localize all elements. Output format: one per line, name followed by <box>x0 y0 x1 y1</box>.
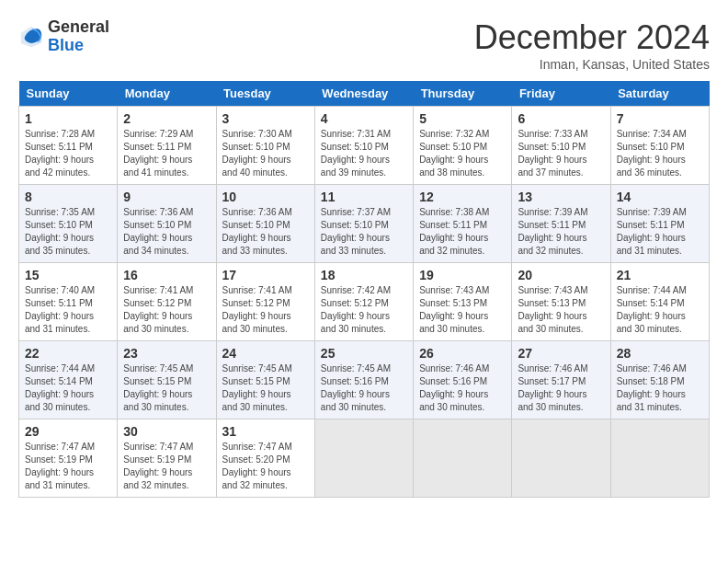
day-header-tuesday: Tuesday <box>216 81 314 107</box>
cell-info: Sunrise: 7:47 AM Sunset: 5:19 PM Dayligh… <box>123 441 210 492</box>
calendar-cell: 15 Sunrise: 7:40 AM Sunset: 5:11 PM Dayl… <box>19 263 118 341</box>
day-number: 9 <box>123 190 210 204</box>
calendar-cell: 30 Sunrise: 7:47 AM Sunset: 5:19 PM Dayl… <box>118 419 216 498</box>
day-number: 13 <box>518 190 604 204</box>
day-number: 17 <box>222 268 309 282</box>
calendar-cell <box>610 419 709 498</box>
cell-info: Sunrise: 7:29 AM Sunset: 5:11 PM Dayligh… <box>123 128 210 179</box>
day-number: 7 <box>617 111 703 126</box>
cell-info: Sunrise: 7:46 AM Sunset: 5:16 PM Dayligh… <box>419 362 506 414</box>
calendar-cell: 2 Sunrise: 7:29 AM Sunset: 5:11 PM Dayli… <box>118 107 216 185</box>
calendar-cell <box>512 419 610 498</box>
day-number: 22 <box>25 346 111 361</box>
cell-info: Sunrise: 7:44 AM Sunset: 5:14 PM Dayligh… <box>617 284 703 336</box>
cell-info: Sunrise: 7:46 AM Sunset: 5:18 PM Dayligh… <box>617 362 703 414</box>
cell-info: Sunrise: 7:31 AM Sunset: 5:10 PM Dayligh… <box>321 128 407 179</box>
cell-info: Sunrise: 7:39 AM Sunset: 5:11 PM Dayligh… <box>617 206 703 258</box>
day-number: 4 <box>321 111 407 126</box>
cell-info: Sunrise: 7:45 AM Sunset: 5:16 PM Dayligh… <box>321 362 407 414</box>
cell-info: Sunrise: 7:45 AM Sunset: 5:15 PM Dayligh… <box>123 362 210 414</box>
logo: GeneralBlue <box>18 18 109 55</box>
day-number: 19 <box>419 268 506 282</box>
logo-text: GeneralBlue <box>48 18 109 55</box>
calendar-cell: 6 Sunrise: 7:33 AM Sunset: 5:10 PM Dayli… <box>512 107 610 185</box>
cell-info: Sunrise: 7:45 AM Sunset: 5:15 PM Dayligh… <box>222 362 309 414</box>
day-number: 2 <box>123 111 210 126</box>
logo-icon <box>18 24 44 50</box>
day-number: 6 <box>518 111 604 126</box>
cell-info: Sunrise: 7:34 AM Sunset: 5:10 PM Dayligh… <box>617 128 703 179</box>
day-header-wednesday: Wednesday <box>314 81 413 107</box>
cell-info: Sunrise: 7:32 AM Sunset: 5:10 PM Dayligh… <box>419 128 506 179</box>
calendar-cell <box>314 419 413 498</box>
calendar-cell: 26 Sunrise: 7:46 AM Sunset: 5:16 PM Dayl… <box>414 341 512 419</box>
calendar-cell: 9 Sunrise: 7:36 AM Sunset: 5:10 PM Dayli… <box>118 185 216 263</box>
cell-info: Sunrise: 7:37 AM Sunset: 5:10 PM Dayligh… <box>321 206 407 258</box>
calendar-cell: 24 Sunrise: 7:45 AM Sunset: 5:15 PM Dayl… <box>216 341 314 419</box>
day-header-saturday: Saturday <box>610 81 709 107</box>
cell-info: Sunrise: 7:36 AM Sunset: 5:10 PM Dayligh… <box>222 206 309 258</box>
day-number: 16 <box>123 268 210 282</box>
cell-info: Sunrise: 7:36 AM Sunset: 5:10 PM Dayligh… <box>123 206 210 258</box>
month-title: December 2024 <box>474 18 710 57</box>
cell-info: Sunrise: 7:44 AM Sunset: 5:14 PM Dayligh… <box>25 362 111 414</box>
calendar-cell: 28 Sunrise: 7:46 AM Sunset: 5:18 PM Dayl… <box>610 341 709 419</box>
day-number: 18 <box>321 268 407 282</box>
calendar-cell: 25 Sunrise: 7:45 AM Sunset: 5:16 PM Dayl… <box>314 341 413 419</box>
calendar-header-row: SundayMondayTuesdayWednesdayThursdayFrid… <box>19 81 710 107</box>
day-number: 24 <box>222 346 309 361</box>
calendar-week-row: 15 Sunrise: 7:40 AM Sunset: 5:11 PM Dayl… <box>19 263 710 341</box>
calendar-week-row: 8 Sunrise: 7:35 AM Sunset: 5:10 PM Dayli… <box>19 185 710 263</box>
calendar-cell: 20 Sunrise: 7:43 AM Sunset: 5:13 PM Dayl… <box>512 263 610 341</box>
day-number: 23 <box>123 346 210 361</box>
day-header-friday: Friday <box>512 81 610 107</box>
cell-info: Sunrise: 7:39 AM Sunset: 5:11 PM Dayligh… <box>518 206 604 258</box>
calendar-cell: 22 Sunrise: 7:44 AM Sunset: 5:14 PM Dayl… <box>19 341 118 419</box>
title-area: December 2024 Inman, Kansas, United Stat… <box>474 18 710 72</box>
day-number: 12 <box>419 190 506 204</box>
day-number: 29 <box>25 424 111 439</box>
day-number: 30 <box>123 424 210 439</box>
header: GeneralBlue December 2024 Inman, Kansas,… <box>18 18 710 72</box>
calendar-cell: 29 Sunrise: 7:47 AM Sunset: 5:19 PM Dayl… <box>19 419 118 498</box>
day-number: 25 <box>321 346 407 361</box>
cell-info: Sunrise: 7:42 AM Sunset: 5:12 PM Dayligh… <box>321 284 407 336</box>
day-number: 26 <box>419 346 506 361</box>
calendar-cell: 7 Sunrise: 7:34 AM Sunset: 5:10 PM Dayli… <box>610 107 709 185</box>
calendar-week-row: 22 Sunrise: 7:44 AM Sunset: 5:14 PM Dayl… <box>19 341 710 419</box>
calendar-cell: 12 Sunrise: 7:38 AM Sunset: 5:11 PM Dayl… <box>414 185 512 263</box>
calendar-cell: 21 Sunrise: 7:44 AM Sunset: 5:14 PM Dayl… <box>610 263 709 341</box>
day-number: 3 <box>222 111 309 126</box>
cell-info: Sunrise: 7:47 AM Sunset: 5:19 PM Dayligh… <box>25 441 111 492</box>
calendar-cell: 23 Sunrise: 7:45 AM Sunset: 5:15 PM Dayl… <box>118 341 216 419</box>
calendar-cell: 16 Sunrise: 7:41 AM Sunset: 5:12 PM Dayl… <box>118 263 216 341</box>
calendar-cell: 11 Sunrise: 7:37 AM Sunset: 5:10 PM Dayl… <box>314 185 413 263</box>
day-number: 10 <box>222 190 309 204</box>
calendar-cell: 31 Sunrise: 7:47 AM Sunset: 5:20 PM Dayl… <box>216 419 314 498</box>
day-number: 21 <box>617 268 703 282</box>
cell-info: Sunrise: 7:35 AM Sunset: 5:10 PM Dayligh… <box>25 206 111 258</box>
day-number: 27 <box>518 346 604 361</box>
day-number: 14 <box>617 190 703 204</box>
calendar-week-row: 29 Sunrise: 7:47 AM Sunset: 5:19 PM Dayl… <box>19 419 710 498</box>
day-number: 8 <box>25 190 111 204</box>
calendar-week-row: 1 Sunrise: 7:28 AM Sunset: 5:11 PM Dayli… <box>19 107 710 185</box>
cell-info: Sunrise: 7:47 AM Sunset: 5:20 PM Dayligh… <box>222 441 309 492</box>
calendar-cell: 1 Sunrise: 7:28 AM Sunset: 5:11 PM Dayli… <box>19 107 118 185</box>
calendar-cell: 10 Sunrise: 7:36 AM Sunset: 5:10 PM Dayl… <box>216 185 314 263</box>
cell-info: Sunrise: 7:30 AM Sunset: 5:10 PM Dayligh… <box>222 128 309 179</box>
day-header-sunday: Sunday <box>19 81 118 107</box>
day-number: 28 <box>617 346 703 361</box>
cell-info: Sunrise: 7:28 AM Sunset: 5:11 PM Dayligh… <box>25 128 111 179</box>
calendar-cell: 27 Sunrise: 7:46 AM Sunset: 5:17 PM Dayl… <box>512 341 610 419</box>
calendar-cell: 8 Sunrise: 7:35 AM Sunset: 5:10 PM Dayli… <box>19 185 118 263</box>
calendar-cell: 13 Sunrise: 7:39 AM Sunset: 5:11 PM Dayl… <box>512 185 610 263</box>
calendar-table: SundayMondayTuesdayWednesdayThursdayFrid… <box>18 81 710 498</box>
day-number: 5 <box>419 111 506 126</box>
day-number: 1 <box>25 111 111 126</box>
calendar-cell: 4 Sunrise: 7:31 AM Sunset: 5:10 PM Dayli… <box>314 107 413 185</box>
cell-info: Sunrise: 7:40 AM Sunset: 5:11 PM Dayligh… <box>25 284 111 336</box>
cell-info: Sunrise: 7:46 AM Sunset: 5:17 PM Dayligh… <box>518 362 604 414</box>
cell-info: Sunrise: 7:41 AM Sunset: 5:12 PM Dayligh… <box>222 284 309 336</box>
calendar-cell: 14 Sunrise: 7:39 AM Sunset: 5:11 PM Dayl… <box>610 185 709 263</box>
